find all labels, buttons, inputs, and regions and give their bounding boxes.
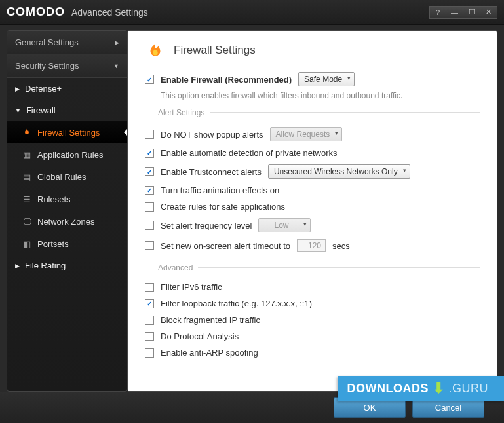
sidebar-item-label: File Rating xyxy=(25,261,66,270)
monitor-icon: 🖵 xyxy=(22,216,32,227)
port-icon: ◧ xyxy=(22,238,32,249)
alert-freq-label: Set alert frequency level xyxy=(161,221,252,230)
arrow-down-icon: ⬇ xyxy=(433,380,445,397)
loopback-checkbox[interactable] xyxy=(145,299,154,308)
safe-rules-label: Create rules for safe applications xyxy=(161,202,285,212)
sidebar-header-general[interactable]: General Settings ▶ xyxy=(7,31,127,54)
fire-icon xyxy=(145,40,166,61)
chevron-right-icon: ▶ xyxy=(15,263,20,269)
sidebar-item-label: Application Rules xyxy=(37,150,103,160)
page-title: Firewall Settings xyxy=(174,44,256,57)
sidebar-item-label: Portsets xyxy=(37,239,69,249)
sidebar-item-global-rules[interactable]: ▤ Global Rules xyxy=(7,166,127,188)
ipv6-label: Filter IPv6 traffic xyxy=(161,282,222,292)
clipboard-icon: ☰ xyxy=(22,194,32,204)
sidebar-item-firewall[interactable]: ▼ Firewall xyxy=(7,100,127,121)
fragmented-label: Block fragmented IP traffic xyxy=(161,315,260,325)
watermark-suffix: .GURU xyxy=(449,382,489,395)
sidebar: General Settings ▶ Security Settings ▼ ▶… xyxy=(7,30,128,392)
alert-freq-checkbox[interactable] xyxy=(145,221,154,230)
sidebar-item-label: Global Rules xyxy=(37,172,86,182)
sidebar-item-label: Firewall Settings xyxy=(37,128,100,138)
sidebar-item-label: Network Zones xyxy=(37,217,94,227)
body: General Settings ▶ Security Settings ▼ ▶… xyxy=(0,25,504,392)
group-label: Advanced xyxy=(158,263,193,272)
divider xyxy=(210,112,480,113)
chevron-right-icon: ▶ xyxy=(115,39,119,46)
sidebar-item-label: Defense+ xyxy=(25,84,62,94)
sidebar-item-label: Firewall xyxy=(26,105,56,115)
sidebar-header-security[interactable]: Security Settings ▼ xyxy=(7,54,127,78)
page-header: Firewall Settings xyxy=(145,40,480,61)
traffic-anim-label: Turn traffic animation effects on xyxy=(161,185,279,195)
trustconnect-label: Enable Trustconnect alerts xyxy=(161,167,262,177)
trustconnect-mode-dropdown[interactable]: Unsecured Wireless Networks Only xyxy=(268,164,410,179)
sidebar-item-rulesets[interactable]: ☰ Rulesets xyxy=(7,188,127,210)
maximize-button[interactable]: ☐ xyxy=(463,6,480,19)
protocol-label: Do Protocol Analysis xyxy=(161,331,239,341)
divider xyxy=(198,267,480,268)
sidebar-item-network-zones[interactable]: 🖵 Network Zones xyxy=(7,210,127,232)
sidebar-header-label: Security Settings xyxy=(15,61,79,71)
alert-timeout-input[interactable]: 120 xyxy=(297,239,326,252)
watermark: DOWNLOADS ⬇ .GURU xyxy=(338,376,505,401)
window-controls: ? — ☐ ✕ xyxy=(429,6,497,19)
trustconnect-checkbox[interactable] xyxy=(145,167,154,176)
sidebar-item-file-rating[interactable]: ▶ File Rating xyxy=(7,255,127,276)
chevron-down-icon: ▼ xyxy=(113,63,119,69)
sidebar-item-app-rules[interactable]: ▦ Application Rules xyxy=(7,143,127,166)
antiarp-label: Enable anti-ARP spoofing xyxy=(161,348,258,358)
group-advanced: Advanced xyxy=(145,259,480,275)
close-button[interactable]: ✕ xyxy=(480,6,497,19)
brand-logo: COMODO xyxy=(7,5,65,19)
window-title: Advanced Settings xyxy=(71,7,148,18)
allow-requests-dropdown: Allow Requests xyxy=(270,127,343,141)
group-alert: Alert Settings xyxy=(145,104,480,120)
loopback-label: Filter loopback traffic (e.g. 127.x.x.x,… xyxy=(161,299,312,308)
sidebar-item-label: Rulesets xyxy=(37,194,71,204)
group-label: Alert Settings xyxy=(158,108,204,117)
traffic-anim-checkbox[interactable] xyxy=(145,186,154,195)
fragmented-checkbox[interactable] xyxy=(145,316,154,325)
minimize-button[interactable]: — xyxy=(446,6,463,19)
sidebar-item-defense[interactable]: ▶ Defense+ xyxy=(7,78,127,100)
sidebar-item-firewall-settings[interactable]: Firewall Settings xyxy=(7,121,127,143)
sidebar-item-portsets[interactable]: ◧ Portsets xyxy=(7,232,127,255)
alert-timeout-label: Set new on-screen alert timeout to xyxy=(161,241,290,251)
alert-timeout-checkbox[interactable] xyxy=(145,241,154,250)
sidebar-header-label: General Settings xyxy=(15,37,79,47)
enable-firewall-label: Enable Firewall (Recommended) xyxy=(161,75,292,84)
auto-detect-label: Enable automatic detection of private ne… xyxy=(161,148,338,158)
enable-firewall-row: Enable Firewall (Recommended) Safe Mode xyxy=(145,69,480,90)
alert-freq-dropdown: Low xyxy=(258,218,311,232)
enable-firewall-desc: This option enables firewall which filte… xyxy=(161,91,480,100)
watermark-text: DOWNLOADS xyxy=(347,382,429,395)
auto-detect-checkbox[interactable] xyxy=(145,149,154,158)
help-button[interactable]: ? xyxy=(429,6,446,19)
firewall-mode-dropdown[interactable]: Safe Mode xyxy=(298,72,355,86)
content-panel: Firewall Settings Enable Firewall (Recom… xyxy=(128,30,497,392)
no-popup-checkbox[interactable] xyxy=(145,130,154,139)
globe-icon: ▤ xyxy=(22,172,32,182)
fire-icon xyxy=(22,127,32,138)
no-popup-label: Do NOT show popup alerts xyxy=(161,130,263,139)
chevron-down-icon: ▼ xyxy=(15,107,21,114)
titlebar: COMODO Advanced Settings ? — ☐ ✕ xyxy=(0,0,504,25)
enable-firewall-checkbox[interactable] xyxy=(145,75,154,84)
window-icon: ▦ xyxy=(22,149,32,160)
safe-rules-checkbox[interactable] xyxy=(145,202,154,212)
ipv6-checkbox[interactable] xyxy=(145,283,154,292)
secs-label: secs xyxy=(332,241,350,251)
antiarp-checkbox[interactable] xyxy=(145,348,154,358)
chevron-right-icon: ▶ xyxy=(15,86,20,92)
protocol-checkbox[interactable] xyxy=(145,332,154,341)
